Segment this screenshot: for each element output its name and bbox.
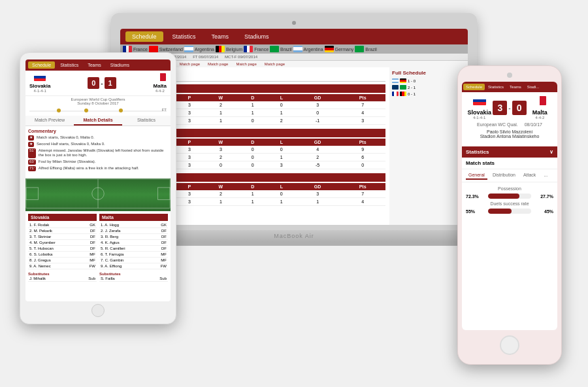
phone-tab-stadiums[interactable]: Stadi... <box>525 84 542 90</box>
player-pos: MF <box>90 252 95 256</box>
svg-rect-4 <box>158 188 171 200</box>
tablet-score-separator: - <box>101 80 103 87</box>
phone-tab-schedule[interactable]: Schedule <box>463 84 485 90</box>
match-page-link-6[interactable]: Match page <box>265 62 285 66</box>
pitch-lines-svg <box>25 178 171 209</box>
player-num-a: 1. A. Hogg <box>101 223 119 227</box>
col-w: W <box>204 94 238 101</box>
tablet-device: Schedule Statistics Teams Stadiums Slova… <box>20 52 176 324</box>
tablet-team-home-name: Slovakia <box>29 83 50 89</box>
player-num: 8. J. Gregus <box>29 258 51 262</box>
row-2-l: 1 <box>268 109 295 117</box>
phone-stat-tab-distribution[interactable]: Distribution <box>490 171 518 180</box>
timeline-event-2 <box>84 109 88 112</box>
laptop-tab-statistics[interactable]: Statistics <box>166 31 203 42</box>
phone-chevron-icon[interactable]: ∨ <box>549 149 553 155</box>
player-num-a: 7. C. Gambin <box>101 258 123 262</box>
commentary-item-1: ★ Match starts, Slovakia 0, Malta 0. <box>28 135 168 141</box>
tablet-score-away: 1 <box>105 77 116 89</box>
lineup-player-away-5: 5. R. Camilleri DF <box>99 246 168 252</box>
phone-possession-section: Possession 72.3% 27.7% Duels success rat… <box>462 182 557 219</box>
timeline-ft: FT <box>162 108 167 112</box>
time-badge-4: 63' <box>28 160 36 165</box>
belgium-flag <box>216 46 225 52</box>
phone-stat-tab-more[interactable]: ... <box>541 171 550 180</box>
phone-score-row: Slovakia 4-1-4-1 3 - 0 Malta 4-4-2 <box>466 96 553 120</box>
laptop-sidebar: Full Schedule 1 - 0 2 - 1 <box>389 67 468 225</box>
lineup-player-home-1: 1. F. Rodak GK <box>28 222 97 228</box>
tablet-match-details-tab[interactable]: Match Details <box>74 116 122 126</box>
lineup-player-away-4: 4. K. Agius DF <box>99 240 168 246</box>
phone-tab-statistics[interactable]: Statistics <box>485 84 506 90</box>
row-1-l: 0 <box>268 101 295 109</box>
tablet-tab-statistics[interactable]: Statistics <box>56 61 82 69</box>
row-2-w: 1 <box>204 109 238 117</box>
tablet-commentary: Commentary ★ Match starts, Slovakia 0, M… <box>25 126 171 178</box>
phone-tab-teams[interactable]: Teams <box>507 84 524 90</box>
flag-item-switzerland: Switzerland <box>149 46 183 52</box>
laptop-tab-schedule[interactable]: Schedule <box>125 31 163 42</box>
phone-home-button[interactable] <box>500 335 519 355</box>
player-pos: MF <box>90 258 95 262</box>
col-w-d: W <box>204 139 238 146</box>
timeline-bar: FT <box>29 110 167 112</box>
phone-stats-header[interactable]: Statistics ∨ <box>462 146 557 158</box>
phone-duels-away-label: 45% <box>534 209 553 214</box>
flag-item-germany: Germany <box>325 46 354 52</box>
phone-match-header: Slovakia 4-1-4-1 3 - 0 Malta 4-4-2 <box>462 92 557 146</box>
row-3-pts: 3 <box>340 117 385 125</box>
argentina2-label: Argentina <box>304 47 323 52</box>
row-3-gd: -1 <box>295 117 340 125</box>
tablet-tab-schedule[interactable]: Schedule <box>28 61 55 69</box>
lineup-player-home-6: 6. S. Lobotka MF <box>28 252 97 258</box>
match-page-link-5[interactable]: Match page <box>236 62 256 66</box>
full-schedule-label[interactable]: Full Schedule <box>392 70 465 76</box>
row-1-pts: 7 <box>340 101 385 109</box>
player-num-a: 6. T. Farrugia <box>101 252 123 256</box>
laptop-camera <box>292 21 296 25</box>
match-page-link-3[interactable]: Match page <box>180 62 200 66</box>
lineup-player-away-7: 7. C. Gambin MF <box>99 258 168 263</box>
switzerland-flag <box>149 46 158 52</box>
flag-item-brazil: Brazil <box>270 46 292 52</box>
phone-stat-tab-attack[interactable]: Attack <box>521 171 538 180</box>
tablet-match-preview-tab[interactable]: Match Preview <box>25 116 74 126</box>
phone-possession-bar: 72.3% 27.7% <box>466 194 553 199</box>
tablet-date: Sunday 8 October 2017 <box>28 101 168 105</box>
lineup-player-away-6: 6. T. Farrugia MF <box>99 252 168 258</box>
lineup-sub-home-1: J. Mihalik Sub <box>28 276 97 282</box>
match-page-link-4[interactable]: Match page <box>208 62 228 66</box>
sub-name: J. Mihalik <box>29 277 46 280</box>
tablet-tab-teams[interactable]: Teams <box>84 61 105 69</box>
phone-stat-tab-general[interactable]: General <box>466 171 487 180</box>
tablet-tab-stadiums[interactable]: Stadiums <box>106 61 133 69</box>
phone-outer: Schedule Statistics Teams Stadi... Slova… <box>457 65 562 365</box>
lineup-player-away-1: 1. A. Hogg GK <box>99 222 168 228</box>
flag-item-france: France <box>123 46 148 52</box>
tablet-team-away: Malta 4-4-2 <box>154 73 167 93</box>
france-label: France <box>133 47 148 52</box>
phone-poss-bar-bg <box>488 194 531 199</box>
laptop-tab-stadiums[interactable]: Stadiums <box>238 31 276 42</box>
phone-team-home: Slovakia 4-1-4-1 <box>466 96 493 120</box>
flag-item-argentina2: Argentina <box>293 46 323 52</box>
player-pos-a: DF <box>161 235 167 239</box>
tablet-lineup-home-header: Slovakia <box>28 214 97 221</box>
col-l-d: L <box>268 139 295 146</box>
lineup-player-home-8: 9. A. Nemec FW <box>28 263 97 269</box>
commentary-item-3: 51' Attempt missed. Jaroslav Mihalik (Sl… <box>28 148 168 159</box>
phone-score-home: 3 <box>493 101 507 115</box>
player-num-a: 3. R. Berg <box>101 235 118 239</box>
phone-score: 3 - 0 <box>493 101 526 115</box>
tablet-statistics-tab[interactable]: Statistics <box>122 116 171 126</box>
phone-poss-away-label: 27.7% <box>534 194 553 199</box>
col-p-d: P <box>175 139 204 146</box>
laptop-tab-teams[interactable]: Teams <box>205 31 236 42</box>
tablet-home-button[interactable] <box>91 304 105 317</box>
col-pts-d: Pts <box>340 139 385 146</box>
commentary-item-2: ★ Second Half starts, Slovakia 0, Malta … <box>28 142 168 147</box>
row-3-w: 1 <box>204 117 238 125</box>
phone-venue-line2: Stadion Antona Malatinskeho <box>466 134 553 139</box>
player-num: 3. T. Skriniar <box>29 235 51 239</box>
row-1-w: 2 <box>204 101 238 109</box>
